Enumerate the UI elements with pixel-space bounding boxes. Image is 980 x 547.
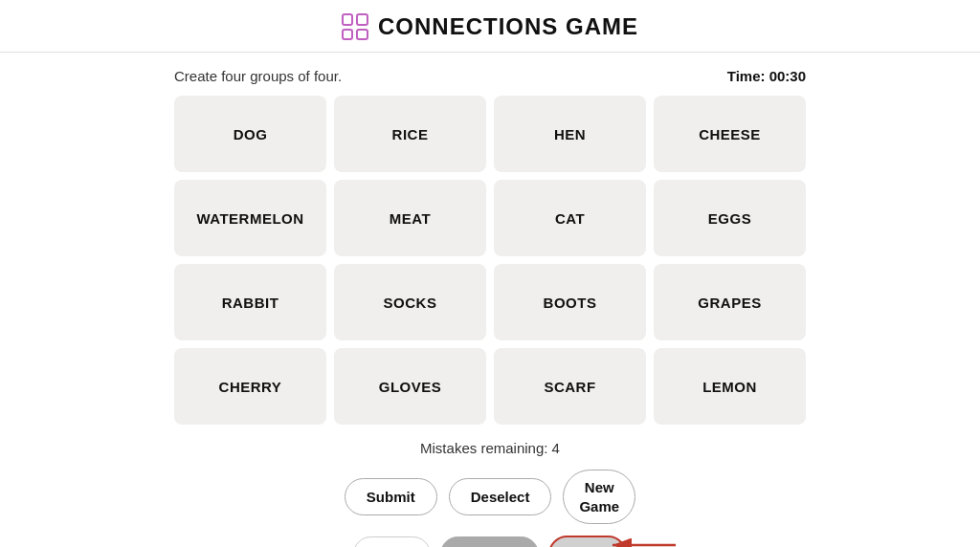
header: CONNECTIONS GAME xyxy=(0,0,980,53)
medium-button[interactable]: Medium xyxy=(440,536,539,547)
tile-rabbit[interactable]: RABBIT xyxy=(174,264,326,340)
tile-meat[interactable]: MEAT xyxy=(334,180,486,256)
tile-grid: DOGRICEHENCHEESEWATERMELONMEATCATEGGSRAB… xyxy=(174,96,806,425)
tile-boots[interactable]: BOOTS xyxy=(494,264,646,340)
tile-cherry[interactable]: CHERRY xyxy=(174,348,326,425)
action-buttons-row: Submit Deselect NewGame xyxy=(345,470,635,524)
tile-watermelon[interactable]: WATERMELON xyxy=(174,180,326,256)
timer-display: Time: 00:30 xyxy=(727,68,806,84)
hard-button-container: Hard xyxy=(548,536,627,547)
top-row: Create four groups of four. Time: 00:30 xyxy=(174,68,806,84)
mistakes-remaining: Mistakes remaining: 4 xyxy=(420,440,560,456)
tile-gloves[interactable]: GLOVES xyxy=(334,348,486,425)
tile-cat[interactable]: CAT xyxy=(494,180,646,256)
connections-icon xyxy=(342,13,368,40)
difficulty-row: Easy Medium Hard xyxy=(353,536,627,547)
tile-dog[interactable]: DOG xyxy=(174,96,326,172)
tile-scarf[interactable]: SCARF xyxy=(494,348,646,425)
tile-eggs[interactable]: EGGS xyxy=(654,180,806,256)
easy-button[interactable]: Easy xyxy=(353,536,431,547)
app-title: CONNECTIONS GAME xyxy=(378,13,638,40)
new-game-button[interactable]: NewGame xyxy=(563,470,635,524)
deselect-button[interactable]: Deselect xyxy=(449,478,552,515)
hard-button[interactable]: Hard xyxy=(548,536,627,547)
tile-lemon[interactable]: LEMON xyxy=(654,348,806,425)
main-content: Create four groups of four. Time: 00:30 … xyxy=(174,53,806,547)
tile-rice[interactable]: RICE xyxy=(334,96,486,172)
tile-grapes[interactable]: GRAPES xyxy=(654,264,806,340)
tile-socks[interactable]: SOCKS xyxy=(334,264,486,340)
tile-hen[interactable]: HEN xyxy=(494,96,646,172)
tile-cheese[interactable]: CHEESE xyxy=(654,96,806,172)
submit-button[interactable]: Submit xyxy=(345,478,437,515)
instruction-text: Create four groups of four. xyxy=(174,68,342,84)
